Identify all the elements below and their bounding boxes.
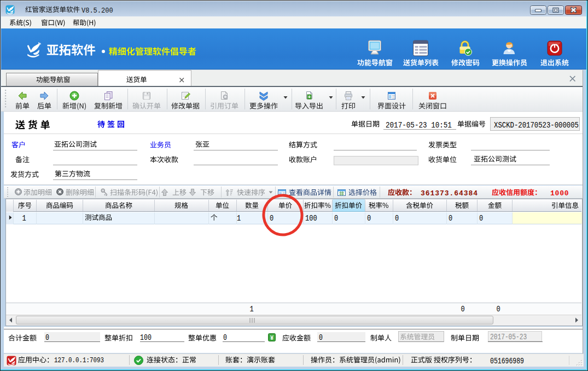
svg-text:¥: ¥ <box>270 334 274 341</box>
